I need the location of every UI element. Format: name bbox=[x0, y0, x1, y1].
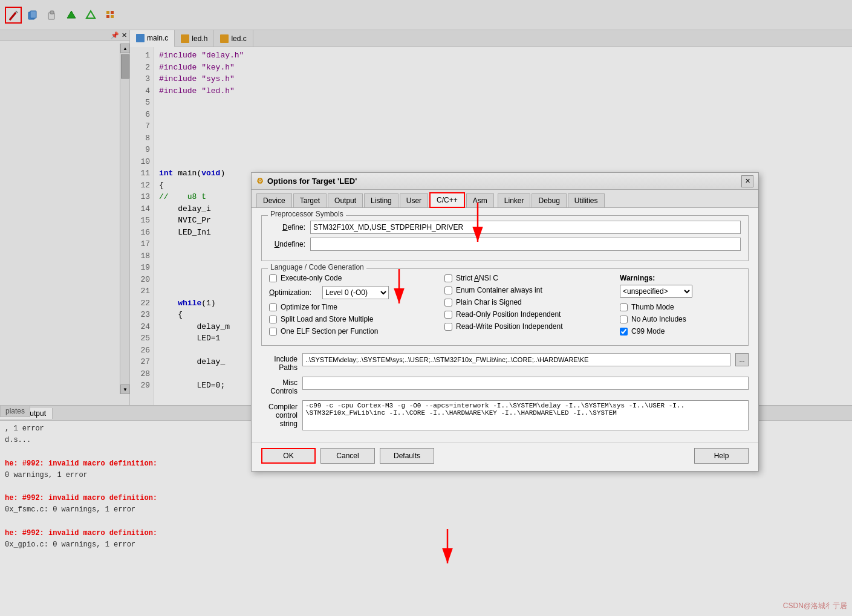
misc-controls-label: MiscControls bbox=[261, 377, 298, 395]
exec-only-checkbox[interactable] bbox=[269, 274, 277, 282]
warnings-select[interactable]: <unspecified> All Warnings bbox=[620, 285, 692, 298]
include-paths-row: IncludePaths ... bbox=[261, 353, 749, 372]
no-auto-includes-checkbox[interactable] bbox=[620, 316, 628, 323]
exec-only-label: Execute-only Code bbox=[281, 274, 342, 282]
compiler-control-label: Compilercontrolstring bbox=[261, 400, 298, 428]
preprocessor-title: Preprocessor Symbols bbox=[268, 210, 346, 218]
plain-char-row: Plain Char is Signed bbox=[444, 298, 610, 306]
language-middle-col: Strict ANSI C Enum Container always int … bbox=[444, 274, 610, 339]
ro-pos-row: Read-Only Position Independent bbox=[444, 310, 610, 319]
cancel-button[interactable]: Cancel bbox=[320, 448, 375, 464]
undefine-input[interactable] bbox=[310, 238, 741, 251]
thumb-mode-row: Thumb Mode bbox=[620, 303, 741, 311]
strict-ansi-row: Strict ANSI C bbox=[444, 274, 610, 282]
optimization-row: Optimization: Level 0 (-O0) Level 1 (-O1… bbox=[269, 286, 435, 299]
c99-mode-label: C99 Mode bbox=[631, 327, 665, 336]
tab-user[interactable]: User bbox=[400, 193, 428, 207]
language-left-col: Execute-only Code Optimization: Level 0 … bbox=[269, 274, 435, 339]
compiler-control-row: Compilercontrolstring -c99 -c -cpu Corte… bbox=[261, 400, 749, 430]
language-right-col: Warnings: <unspecified> All Warnings Thu… bbox=[620, 274, 741, 339]
defaults-button[interactable]: Defaults bbox=[380, 448, 434, 464]
opt-time-checkbox[interactable] bbox=[269, 303, 277, 311]
help-button[interactable]: Help bbox=[694, 448, 749, 464]
undefine-label: Undefine: bbox=[269, 240, 305, 248]
modal-title-text: Options for Target 'LED' bbox=[267, 177, 357, 186]
plain-char-checkbox[interactable] bbox=[444, 299, 452, 306]
compiler-control-textarea[interactable]: -c99 -c -cpu Cortex-M3 -g -O0 --apcs=int… bbox=[302, 400, 749, 430]
no-auto-includes-label: No Auto Includes bbox=[631, 315, 686, 323]
tab-utilities[interactable]: Utilities bbox=[568, 193, 605, 207]
dialog-buttons: OK Cancel Defaults Help bbox=[252, 443, 758, 471]
misc-controls-row: MiscControls bbox=[261, 377, 749, 395]
tab-linker[interactable]: Linker bbox=[498, 193, 531, 207]
one-elf-label: One ELF Section per Function bbox=[281, 327, 378, 336]
options-dialog: ⚙ Options for Target 'LED' ✕ Device Targ… bbox=[251, 172, 759, 472]
modal-icon: ⚙ bbox=[256, 177, 264, 186]
modal-title-bar: ⚙ Options for Target 'LED' ✕ bbox=[252, 173, 758, 190]
thumb-mode-checkbox[interactable] bbox=[620, 303, 628, 311]
define-input[interactable] bbox=[310, 221, 741, 234]
modal-close-button[interactable]: ✕ bbox=[741, 175, 753, 187]
include-paths-browse-btn[interactable]: ... bbox=[735, 353, 749, 366]
tab-debug[interactable]: Debug bbox=[532, 193, 566, 207]
ro-pos-checkbox[interactable] bbox=[444, 311, 452, 319]
tab-target[interactable]: Target bbox=[293, 193, 327, 207]
ok-button[interactable]: OK bbox=[261, 448, 316, 464]
c99-row: C99 Mode bbox=[620, 327, 741, 336]
misc-controls-input[interactable] bbox=[302, 377, 749, 390]
define-label: Define: bbox=[269, 223, 305, 232]
modal-title: ⚙ Options for Target 'LED' bbox=[256, 177, 357, 186]
split-load-label: Split Load and Store Multiple bbox=[281, 315, 373, 323]
define-row: Define: bbox=[269, 221, 741, 234]
rw-pos-row: Read-Write Position Independent bbox=[444, 322, 610, 331]
enum-int-checkbox[interactable] bbox=[444, 287, 452, 294]
modal-overlay: ⚙ Options for Target 'LED' ✕ Device Targ… bbox=[0, 0, 852, 616]
enum-int-row: Enum Container always int bbox=[444, 286, 610, 294]
ro-pos-label: Read-Only Position Independent bbox=[456, 310, 561, 319]
opt-time-label: Optimize for Time bbox=[281, 303, 337, 311]
one-elf-checkbox[interactable] bbox=[269, 328, 277, 336]
warnings-label: Warnings: bbox=[620, 274, 741, 282]
split-load-row: Split Load and Store Multiple bbox=[269, 315, 435, 323]
thumb-mode-label: Thumb Mode bbox=[631, 303, 674, 311]
dialog-tabs: Device Target Output Listing User C/C++ … bbox=[252, 190, 758, 208]
strict-ansi-checkbox[interactable] bbox=[444, 274, 452, 282]
optimization-select[interactable]: Level 0 (-O0) Level 1 (-O1) Level 2 (-O2… bbox=[322, 286, 389, 299]
tab-cpp[interactable]: C/C++ bbox=[429, 192, 465, 208]
language-title: Language / Code Generation bbox=[268, 263, 366, 271]
undefine-row: Undefine: bbox=[269, 238, 741, 251]
language-group: Language / Code Generation Execute-only … bbox=[261, 268, 749, 346]
split-load-checkbox[interactable] bbox=[269, 316, 277, 323]
language-two-col: Execute-only Code Optimization: Level 0 … bbox=[269, 274, 741, 339]
preprocessor-group: Preprocessor Symbols Define: Undefine: bbox=[261, 215, 749, 261]
include-paths-input[interactable] bbox=[302, 353, 730, 366]
c99-mode-checkbox[interactable] bbox=[620, 328, 628, 336]
rw-pos-checkbox[interactable] bbox=[444, 323, 452, 331]
enum-int-label: Enum Container always int bbox=[456, 286, 542, 294]
tab-listing[interactable]: Listing bbox=[364, 193, 398, 207]
rw-pos-label: Read-Write Position Independent bbox=[456, 322, 563, 331]
opt-time-row: Optimize for Time bbox=[269, 303, 435, 311]
dialog-body: Preprocessor Symbols Define: Undefine: L… bbox=[252, 208, 758, 443]
include-paths-label: IncludePaths bbox=[261, 353, 298, 372]
plain-char-label: Plain Char is Signed bbox=[456, 298, 522, 306]
tab-device[interactable]: Device bbox=[256, 193, 292, 207]
tab-asm[interactable]: Asm bbox=[466, 193, 494, 207]
no-auto-inc-row: No Auto Includes bbox=[620, 315, 741, 323]
strict-ansi-label: Strict ANSI C bbox=[456, 274, 498, 282]
optimization-label: Optimization: bbox=[269, 288, 317, 297]
exec-only-row: Execute-only Code bbox=[269, 274, 435, 282]
one-elf-row: One ELF Section per Function bbox=[269, 327, 435, 336]
tab-output[interactable]: Output bbox=[328, 193, 363, 207]
